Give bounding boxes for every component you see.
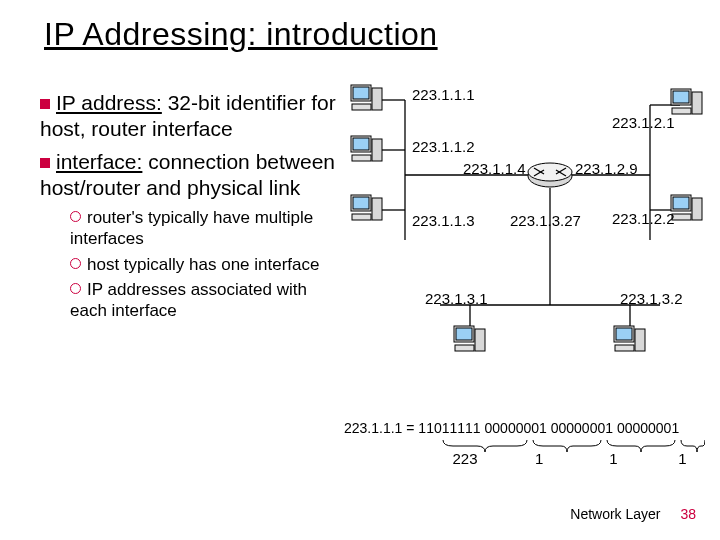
svg-rect-37 xyxy=(692,198,702,220)
ip-label: 223.1.2.1 xyxy=(612,114,675,131)
bullet-circle-icon xyxy=(70,258,81,269)
ip-label: 223.1.2.9 xyxy=(575,160,638,177)
pc-icon xyxy=(670,88,704,120)
pc-icon xyxy=(453,325,487,357)
footer: Network Layer 38 xyxy=(570,506,696,522)
ip-label: 223.1.1.1 xyxy=(412,86,475,103)
body-text: IP address: 32-bit identifier for host, … xyxy=(40,90,340,325)
svg-rect-36 xyxy=(673,197,689,209)
bullet-ip-address: IP address: 32-bit identifier for host, … xyxy=(40,90,340,143)
bullet-circle-icon xyxy=(70,211,81,222)
page-number: 38 xyxy=(680,506,696,522)
svg-rect-33 xyxy=(692,92,702,114)
pc-icon xyxy=(350,194,384,226)
sub-ip-per-interface: IP addresses associated with each interf… xyxy=(70,279,340,322)
ip-label: 223.1.3.27 xyxy=(510,212,581,229)
bullet-interface: interface: connection between host/route… xyxy=(40,149,340,202)
pc-icon xyxy=(613,325,647,357)
network-diagram: 223.1.1.1 223.1.1.2 223.1.1.3 223.1.1.4 … xyxy=(350,80,710,410)
octet: 1 xyxy=(578,450,648,467)
term-interface: interface: xyxy=(56,150,142,173)
svg-rect-40 xyxy=(456,328,472,340)
ip-label: 223.1.1.3 xyxy=(412,212,475,229)
svg-rect-25 xyxy=(372,139,382,161)
bullet-square-icon xyxy=(40,99,50,109)
octet-labels: 223 1 1 1 xyxy=(430,450,720,467)
svg-rect-30 xyxy=(352,214,371,220)
octet: 1 xyxy=(653,450,713,467)
svg-rect-28 xyxy=(353,197,369,209)
svg-rect-29 xyxy=(372,198,382,220)
svg-rect-21 xyxy=(372,88,382,110)
svg-rect-20 xyxy=(353,87,369,99)
svg-rect-46 xyxy=(615,345,634,351)
svg-rect-24 xyxy=(353,138,369,150)
svg-rect-44 xyxy=(616,328,632,340)
svg-rect-41 xyxy=(475,329,485,351)
sub-host-one: host typically has one interface xyxy=(70,254,340,275)
pc-icon xyxy=(350,135,384,167)
svg-rect-45 xyxy=(635,329,645,351)
ip-label: 223.1.1.2 xyxy=(412,138,475,155)
svg-rect-32 xyxy=(673,91,689,103)
sub-bullets: router's typically have multiple interfa… xyxy=(70,207,340,321)
ip-label: 223.1.1.4 xyxy=(463,160,526,177)
svg-rect-42 xyxy=(455,345,474,351)
ip-label: 223.1.2.2 xyxy=(612,210,675,227)
svg-rect-26 xyxy=(352,155,371,161)
svg-point-14 xyxy=(528,163,572,181)
router-icon xyxy=(526,162,574,190)
term-ip-address: IP address: xyxy=(56,91,162,114)
ip-label: 223.1.3.2 xyxy=(620,290,683,307)
svg-rect-38 xyxy=(672,214,691,220)
footer-section: Network Layer xyxy=(570,506,660,522)
binary-expansion: 223.1.1.1 = 11011111 00000001 00000001 0… xyxy=(344,420,714,436)
pc-icon xyxy=(670,194,704,226)
svg-rect-34 xyxy=(672,108,691,114)
sub-router-multiple: router's typically have multiple interfa… xyxy=(70,207,340,250)
pc-icon xyxy=(350,84,384,116)
bullet-square-icon xyxy=(40,158,50,168)
bullet-circle-icon xyxy=(70,283,81,294)
ip-label: 223.1.3.1 xyxy=(425,290,488,307)
slide: IP Addressing: introduction IP address: … xyxy=(0,0,720,540)
octet: 223 xyxy=(430,450,500,467)
svg-rect-22 xyxy=(352,104,371,110)
octet: 1 xyxy=(504,450,574,467)
page-title: IP Addressing: introduction xyxy=(44,16,438,53)
